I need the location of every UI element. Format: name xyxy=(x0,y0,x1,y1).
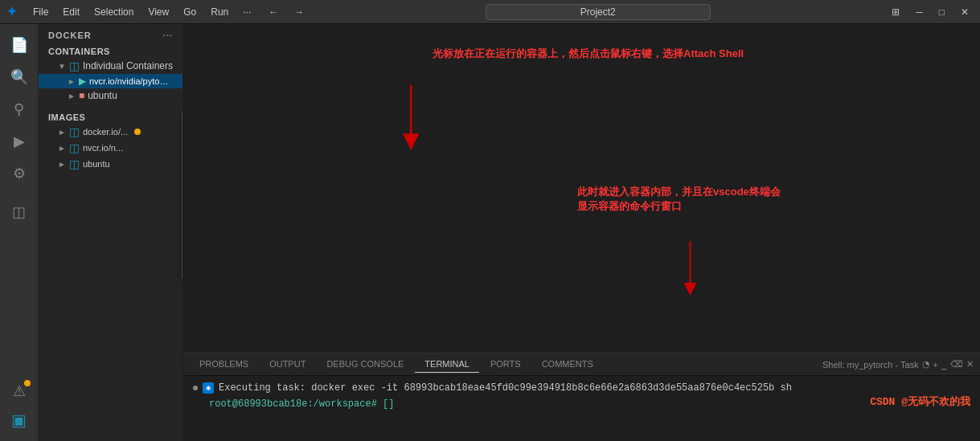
activity-bottom: ⚠ ▣ xyxy=(5,377,34,435)
nvcr-image-label: nvcr.io/n... xyxy=(83,143,123,153)
panel-content: ✱ Executing task: docker exec -it 68993b… xyxy=(183,376,980,416)
running-arrow-icon: ► xyxy=(68,77,76,86)
terminal-executing-text: Executing task: docker exec -it 68993bca… xyxy=(219,381,792,395)
expand-arrow-icon: ▼ xyxy=(58,62,66,71)
tab-output[interactable]: OUTPUT xyxy=(260,356,315,373)
task-icon: ◔ xyxy=(922,359,930,370)
docker-image-arrow: ► xyxy=(58,128,66,137)
sidebar: DOCKER ··· CONTAINERS ▼ ◫ Individual Con… xyxy=(39,24,183,441)
vscode-logo: ✦ xyxy=(6,4,17,19)
ubuntu-container-item[interactable]: ► ■ ubuntu xyxy=(39,88,182,103)
menu-edit[interactable]: Edit xyxy=(56,5,86,19)
annotation-text-2: 此时就进入容器内部，并且在vscode终端会 显示容器的命令行窗口 xyxy=(577,185,781,214)
menu-view[interactable]: View xyxy=(141,5,175,19)
nvcr-image-item[interactable]: ► ◫ nvcr.io/n... xyxy=(39,140,182,156)
tab-terminal[interactable]: TERMINAL xyxy=(415,356,479,373)
pytorch-container-label: nvcr.io/nvidia/pytorch:22.03-py3 my_pyto… xyxy=(89,76,170,86)
ubuntu-image-label: ubuntu xyxy=(83,159,110,169)
menu-bar: File Edit Selection View Go Run ··· xyxy=(27,5,257,19)
maximize-button[interactable]: □ xyxy=(934,5,949,19)
activity-warning[interactable]: ⚠ xyxy=(5,377,34,406)
activity-extensions[interactable]: ⚙ xyxy=(5,159,34,188)
pytorch-container-item[interactable]: ► ▶ nvcr.io/nvidia/pytorch:22.03-py3 my_… xyxy=(39,74,182,88)
docker-image-item[interactable]: ► ◫ docker.io/... xyxy=(39,124,182,140)
activity-remote[interactable]: ◫ xyxy=(5,198,34,227)
main-content: ✦ 光标放在正在运行的容器上，然后点击鼠标右键，选择Attach Shell 此… xyxy=(183,24,980,441)
terminal-root-line: root@68993bcab18e:/workspace# [] xyxy=(193,397,970,411)
activity-debug[interactable]: ▶ xyxy=(5,127,34,156)
titlebar-right: ⊞ ─ □ ✕ xyxy=(887,5,974,19)
menu-run[interactable]: Run xyxy=(204,5,235,19)
shell-label: Shell: my_pytorch - Task xyxy=(822,360,919,370)
ubuntu-image-arrow: ► xyxy=(58,160,66,169)
ubuntu-image-item[interactable]: ► ◫ ubuntu xyxy=(39,156,182,172)
menu-more[interactable]: ··· xyxy=(236,5,257,19)
docker-image-icon: ◫ xyxy=(69,125,80,138)
terminal-star-icon: ✱ xyxy=(203,382,214,394)
tab-comments[interactable]: COMMENTS xyxy=(532,356,603,373)
nav-forward[interactable]: → xyxy=(289,5,309,19)
close-panel-button[interactable]: ✕ xyxy=(966,359,974,370)
tab-problems[interactable]: PROBLEMS xyxy=(190,356,258,373)
close-button[interactable]: ✕ xyxy=(956,5,974,19)
images-section-label: IMAGES xyxy=(39,109,182,124)
activity-docker[interactable]: ▣ xyxy=(5,406,34,435)
main-layout: 📄 🔍 ⚲ ▶ ⚙ ◫ ⚠ ▣ DOCKER ··· CONTAINERS ▼ … xyxy=(0,24,980,441)
stopped-icon: ■ xyxy=(79,90,84,101)
layout-button[interactable]: ⊞ xyxy=(887,5,904,19)
running-icon: ▶ xyxy=(79,76,86,87)
ubuntu-image-icon: ◫ xyxy=(69,157,80,170)
activity-bar: 📄 🔍 ⚲ ▶ ⚙ ◫ ⚠ ▣ xyxy=(0,24,39,441)
activity-explorer[interactable]: 📄 xyxy=(5,31,34,59)
docker-icon: ◫ xyxy=(69,59,80,72)
ubuntu-container-label: ubuntu xyxy=(88,90,117,101)
nav-back[interactable]: ← xyxy=(264,5,283,19)
tab-ports[interactable]: PORTS xyxy=(481,356,531,373)
split-terminal-button[interactable]: ⎯ xyxy=(941,360,947,370)
docker-label: DOCKER xyxy=(48,31,92,40)
minimize-button[interactable]: ─ xyxy=(911,5,928,19)
individual-containers-item[interactable]: ▼ ◫ Individual Containers xyxy=(39,58,182,74)
annotation-text-1: 光标放在正在运行的容器上，然后点击鼠标右键，选择Attach Shell xyxy=(433,47,744,61)
individual-containers-label: Individual Containers xyxy=(83,60,173,71)
sidebar-more-button[interactable]: ··· xyxy=(163,31,173,40)
panel-tab-right: Shell: my_pytorch - Task ◔ + ⎯ ⌫ ✕ xyxy=(822,359,974,370)
add-terminal-button[interactable]: + xyxy=(933,360,938,370)
search-bar[interactable]: Project2 xyxy=(486,4,711,20)
menu-go[interactable]: Go xyxy=(177,5,203,19)
panel-tabs: PROBLEMS OUTPUT DEBUG CONSOLE TERMINAL P… xyxy=(183,353,980,376)
activity-git[interactable]: ⚲ xyxy=(5,95,34,124)
warning-badge xyxy=(24,380,31,386)
tab-debug-console[interactable]: DEBUG CONSOLE xyxy=(317,356,413,373)
docker-warning-badge xyxy=(134,129,141,135)
stopped-arrow-icon: ► xyxy=(68,92,76,100)
containers-section-label: CONTAINERS xyxy=(39,43,182,58)
docker-image-label: docker.io/... xyxy=(83,127,128,137)
titlebar: ✦ File Edit Selection View Go Run ··· ← … xyxy=(0,0,980,24)
annotation-area: ✦ 光标放在正在运行的容器上，然后点击鼠标右键，选择Attach Shell 此… xyxy=(183,24,980,353)
nvcr-image-icon: ◫ xyxy=(69,141,80,154)
bottom-panel: PROBLEMS OUTPUT DEBUG CONSOLE TERMINAL P… xyxy=(183,353,980,441)
sidebar-header: DOCKER ··· xyxy=(39,24,182,43)
csdn-watermark: CSDN @无码不欢的我 xyxy=(870,394,970,410)
terminal-executing-line: ✱ Executing task: docker exec -it 68993b… xyxy=(193,381,970,395)
menu-selection[interactable]: Selection xyxy=(88,5,140,19)
terminal-dot xyxy=(193,386,198,390)
nvcr-image-arrow: ► xyxy=(58,144,66,153)
activity-search[interactable]: 🔍 xyxy=(5,63,34,92)
kill-terminal-button[interactable]: ⌫ xyxy=(950,359,963,370)
menu-file[interactable]: File xyxy=(27,5,55,19)
